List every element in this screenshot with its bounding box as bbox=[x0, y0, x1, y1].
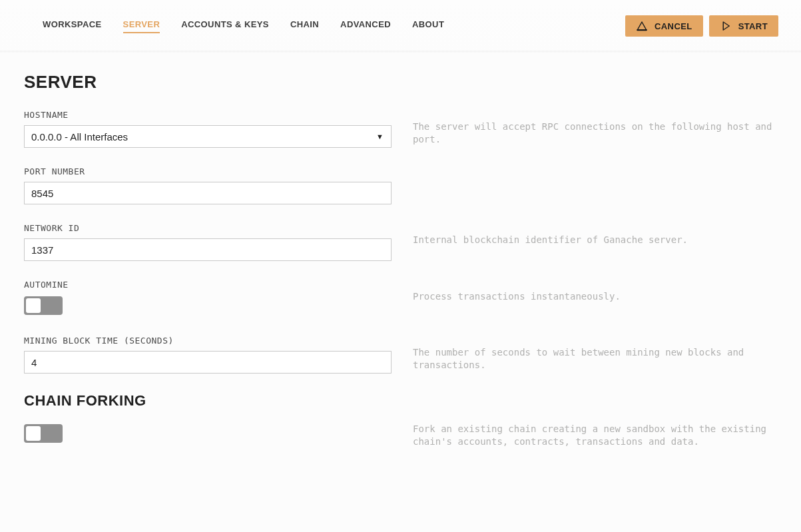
toggle-knob bbox=[26, 426, 41, 441]
network-id-label: NETWORK ID bbox=[24, 223, 392, 233]
field-row-forking: Fork an existing chain creating a new sa… bbox=[24, 423, 775, 448]
network-id-help: Internal blockchain identifier of Ganach… bbox=[413, 223, 775, 246]
toggle-knob bbox=[26, 298, 41, 313]
field-row-hostname: HOSTNAME 0.0.0.0 - All Interfaces The se… bbox=[24, 110, 775, 148]
action-buttons: CANCEL START bbox=[625, 15, 778, 37]
tab-accounts-keys[interactable]: ACCOUNTS & KEYS bbox=[181, 19, 269, 33]
warning-icon bbox=[636, 20, 648, 32]
port-input[interactable] bbox=[24, 182, 392, 204]
hostname-select-wrap: 0.0.0.0 - All Interfaces bbox=[24, 125, 392, 148]
port-help bbox=[413, 166, 775, 177]
block-time-input[interactable] bbox=[24, 351, 392, 374]
network-id-input[interactable] bbox=[24, 238, 392, 261]
tab-advanced[interactable]: ADVANCED bbox=[340, 19, 391, 33]
section-title-server: SERVER bbox=[24, 72, 775, 93]
block-time-help: The number of seconds to wait between mi… bbox=[413, 336, 775, 372]
content: SERVER HOSTNAME 0.0.0.0 - All Interfaces… bbox=[0, 52, 799, 493]
automine-label: AUTOMINE bbox=[24, 280, 392, 290]
forking-toggle[interactable] bbox=[24, 424, 63, 443]
hostname-label: HOSTNAME bbox=[24, 110, 392, 120]
port-label: PORT NUMBER bbox=[24, 166, 392, 176]
tab-chain[interactable]: CHAIN bbox=[290, 19, 319, 33]
tab-about[interactable]: ABOUT bbox=[412, 19, 444, 33]
field-row-block-time: MINING BLOCK TIME (SECONDS) The number o… bbox=[24, 336, 775, 374]
tab-server[interactable]: SERVER bbox=[123, 19, 160, 33]
svg-marker-1 bbox=[723, 22, 729, 30]
cancel-button-label: CANCEL bbox=[655, 21, 692, 31]
cancel-button[interactable]: CANCEL bbox=[625, 15, 703, 37]
play-icon bbox=[720, 20, 732, 32]
hostname-select[interactable]: 0.0.0.0 - All Interfaces bbox=[24, 125, 392, 148]
hostname-help: The server will accept RPC connections o… bbox=[413, 110, 775, 146]
automine-toggle[interactable] bbox=[24, 296, 63, 315]
start-button[interactable]: START bbox=[709, 15, 778, 37]
field-row-network-id: NETWORK ID Internal blockchain identifie… bbox=[24, 223, 775, 261]
block-time-label: MINING BLOCK TIME (SECONDS) bbox=[24, 336, 392, 346]
section-title-forking: CHAIN FORKING bbox=[24, 392, 775, 409]
field-row-port: PORT NUMBER bbox=[24, 166, 775, 204]
start-button-label: START bbox=[738, 21, 768, 31]
tabs: WORKSPACE SERVER ACCOUNTS & KEYS CHAIN A… bbox=[43, 19, 444, 33]
field-row-automine: AUTOMINE Process transactions instantane… bbox=[24, 280, 775, 317]
tab-workspace[interactable]: WORKSPACE bbox=[43, 19, 102, 33]
forking-help: Fork an existing chain creating a new sa… bbox=[413, 423, 775, 448]
topbar: WORKSPACE SERVER ACCOUNTS & KEYS CHAIN A… bbox=[0, 0, 801, 52]
automine-help: Process transactions instantaneously. bbox=[413, 280, 775, 303]
